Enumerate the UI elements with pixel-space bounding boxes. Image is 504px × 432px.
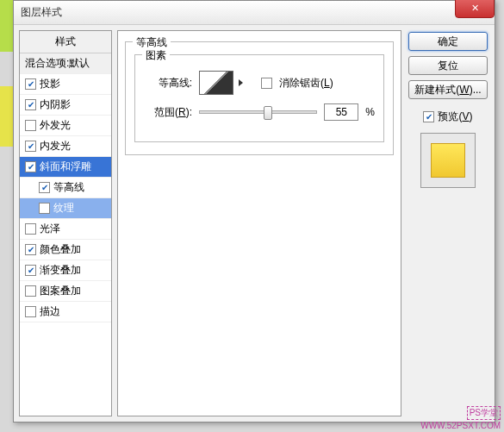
style-item[interactable]: 渐变叠加: [20, 260, 111, 281]
style-checkbox[interactable]: [25, 265, 36, 276]
style-checkbox[interactable]: [25, 306, 36, 317]
style-item-label: 描边: [40, 304, 60, 319]
style-item[interactable]: 等高线: [20, 178, 111, 198]
style-item[interactable]: 投影: [20, 74, 111, 95]
style-item-label: 等高线: [53, 180, 84, 195]
style-item[interactable]: 描边: [20, 302, 111, 322]
preview-row: 预览(V): [423, 110, 472, 124]
style-checkbox[interactable]: [25, 285, 36, 297]
style-checkbox[interactable]: [25, 120, 36, 131]
element-subgroup: 图素 等高线: 消除锯齿(L) 范围(R): %: [134, 54, 384, 142]
style-item-label: 图案叠加: [40, 284, 81, 298]
style-item[interactable]: 斜面和浮雕: [20, 157, 111, 178]
titlebar[interactable]: 图层样式 ✕: [14, 1, 495, 25]
antialias-checkbox[interactable]: [261, 78, 272, 89]
style-item-label: 光泽: [40, 222, 60, 236]
style-checkbox[interactable]: [39, 182, 50, 193]
range-label: 范围(R):: [144, 105, 192, 120]
dialog-title: 图层样式: [21, 5, 62, 20]
preview-label: 预览(V): [438, 110, 472, 124]
style-item-label: 外发光: [40, 118, 71, 133]
reset-button[interactable]: 复位: [408, 56, 488, 75]
preview-checkbox[interactable]: [423, 111, 434, 122]
element-subgroup-label: 图素: [142, 48, 170, 63]
style-checkbox[interactable]: [25, 99, 36, 110]
new-style-button[interactable]: 新建样式(W)...: [408, 80, 488, 99]
style-item[interactable]: 纹理: [20, 198, 111, 219]
contour-label: 等高线:: [144, 76, 192, 91]
style-item-label: 内发光: [40, 139, 71, 153]
range-slider[interactable]: [199, 110, 317, 114]
percent-label: %: [365, 106, 375, 118]
style-checkbox[interactable]: [25, 223, 36, 235]
style-checkbox[interactable]: [39, 203, 50, 214]
style-item-label: 斜面和浮雕: [40, 160, 91, 174]
style-checkbox[interactable]: [25, 78, 36, 90]
style-item-label: 投影: [40, 77, 60, 91]
style-item[interactable]: 内发光: [20, 136, 111, 157]
style-checkbox[interactable]: [25, 244, 36, 255]
style-item-label: 内阴影: [40, 97, 71, 112]
layer-style-dialog: 图层样式 ✕ 样式 混合选项:默认 投影内阴影外发光内发光斜面和浮雕等高线纹理光…: [13, 0, 495, 423]
style-item[interactable]: 颜色叠加: [20, 240, 111, 260]
range-slider-thumb[interactable]: [264, 106, 272, 120]
preview-box: [420, 133, 476, 188]
close-button[interactable]: ✕: [455, 0, 495, 18]
style-item-label: 渐变叠加: [40, 263, 81, 278]
ok-button[interactable]: 确定: [408, 32, 488, 51]
styles-list: 样式 混合选项:默认 投影内阴影外发光内发光斜面和浮雕等高线纹理光泽颜色叠加渐变…: [19, 30, 112, 416]
watermark-text-2: WWW.52PSXT.COM: [420, 421, 501, 430]
style-checkbox[interactable]: [25, 141, 36, 152]
watermark-text-1: PS学堂: [467, 406, 501, 420]
style-item-label: 纹理: [53, 201, 74, 216]
style-item[interactable]: 外发光: [20, 116, 111, 136]
preview-swatch: [431, 143, 465, 178]
settings-panel: 等高线 图素 等高线: 消除锯齿(L) 范围(R):: [117, 30, 401, 416]
styles-header: 样式: [20, 31, 111, 53]
range-input[interactable]: [324, 103, 358, 121]
contour-group: 等高线 图素 等高线: 消除锯齿(L) 范围(R):: [125, 41, 394, 155]
action-panel: 确定 复位 新建样式(W)... 预览(V): [407, 30, 489, 416]
contour-picker[interactable]: [199, 71, 233, 95]
style-item[interactable]: 光泽: [20, 219, 111, 240]
blend-options-item[interactable]: 混合选项:默认: [20, 53, 111, 74]
antialias-label: 消除锯齿(L): [279, 76, 333, 91]
style-item-label: 颜色叠加: [40, 242, 81, 257]
style-checkbox[interactable]: [25, 161, 36, 172]
style-item[interactable]: 内阴影: [20, 95, 111, 116]
style-item[interactable]: 图案叠加: [20, 281, 111, 302]
